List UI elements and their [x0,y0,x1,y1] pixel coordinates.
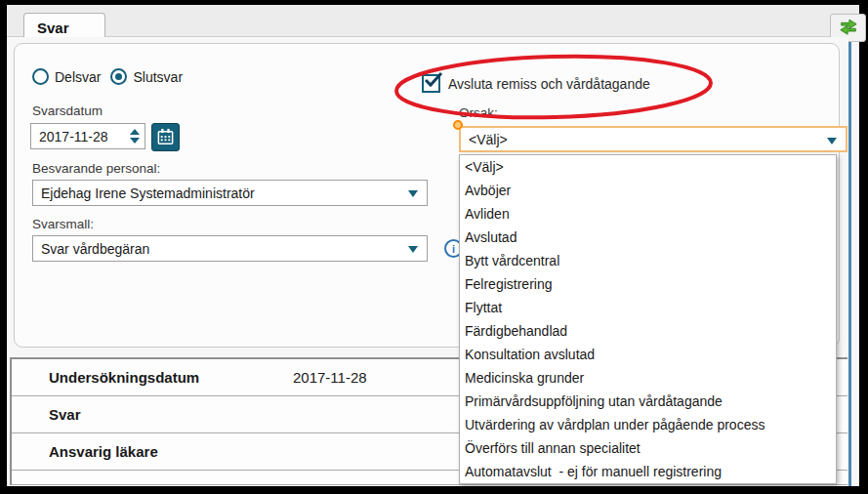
mandatory-field-dot [453,120,463,130]
chevron-down-icon[interactable] [408,190,418,197]
radio-slutsvar-label[interactable]: Slutsvar [133,69,183,85]
response-type-radiogroup: Delsvar Slutsvar [32,68,183,85]
orsak-dropdown-option[interactable]: Automatavslut - ej för manuell registrer… [460,460,836,483]
table-row-label: Svar [49,406,293,423]
orsak-dropdown-option[interactable]: Överförs till annan specialitet [460,436,836,460]
table-row-label: Undersökningsdatum [49,369,293,386]
orsak-dropdown-option[interactable]: Avböjer [460,179,836,202]
svarsmall-label: Svarsmall: [32,217,94,231]
orsak-dropdown-list: <Välj> Avböjer Avliden Avslutad Bytt vår… [459,154,837,484]
orsak-dropdown-option[interactable]: Bytt vårdcentral [460,249,836,272]
chevron-down-icon[interactable] [408,246,418,253]
date-stepper-down-icon[interactable] [130,138,140,144]
tab-svar-label: Svar [37,20,69,36]
orsak-dropdown-option[interactable]: Flyttat [460,296,836,319]
besvarande-personal-select[interactable]: Ejdehag Irene Systemadministratör [32,180,428,206]
orsak-dropdown-option[interactable]: Färdigbehandlad [460,319,836,343]
svarsmall-select[interactable]: Svar vårdbegäran [32,235,428,262]
besvarande-personal-label: Besvarande personal: [32,161,160,176]
date-stepper-up-icon[interactable] [130,129,140,135]
orsak-dropdown-option[interactable]: Medicinska grunder [460,366,836,390]
radio-delsvar-circle[interactable] [32,68,49,85]
checkmark-icon [423,69,446,93]
tab-bar: Svar [7,5,859,37]
orsak-dropdown-option[interactable]: Utvärdering av vårdplan under pågående p… [460,413,836,436]
close-referral-checkbox[interactable] [422,74,440,93]
svarsdatum-label: Svarsdatum [32,103,103,118]
calendar-icon [156,128,175,146]
radio-delsvar-label[interactable]: Delsvar [55,69,101,85]
orsak-dropdown-option[interactable]: Avliden [460,202,836,226]
orsak-dropdown-option[interactable]: Felregistrering [460,272,836,296]
orsak-select[interactable]: <Välj> [459,126,847,152]
app-window: Svar Delsvar Slutsvar [0,0,868,494]
radio-slutsvar[interactable]: Slutsvar [110,68,183,85]
radio-delsvar[interactable]: Delsvar [32,68,101,85]
chevron-down-icon[interactable] [827,138,837,144]
close-referral-checkbox-row: Avsluta remiss och vårdåtagande [422,74,650,93]
besvarande-personal-value: Ejdehag Irene Systemadministratör [41,185,255,201]
orsak-dropdown-option[interactable]: <Välj> [460,155,836,179]
close-referral-checkbox-label[interactable]: Avsluta remiss och vårdåtagande [448,76,650,92]
transfer-arrows-icon [837,17,860,40]
orsak-dropdown-option[interactable]: Avslutad [460,226,836,249]
orsak-dropdown-option[interactable]: Konsultation avslutad [460,343,836,366]
calendar-button[interactable] [151,123,180,151]
svarsdatum-value[interactable]: 2017-11-28 [39,129,108,144]
svarsmall-value: Svar vårdbegäran [41,241,149,257]
orsak-label: Orsak: [459,105,498,120]
radio-slutsvar-circle[interactable] [110,68,127,85]
orsak-dropdown-option[interactable]: Primärvårdsuppföljning utan vårdåtagande [460,390,836,413]
svarsdatum-input[interactable]: 2017-11-28 [30,123,145,149]
table-row-label: Ansvarig läkare [49,443,293,460]
orsak-selected-value: <Välj> [469,132,508,147]
window-right-border [848,5,851,486]
date-stepper [130,129,140,144]
